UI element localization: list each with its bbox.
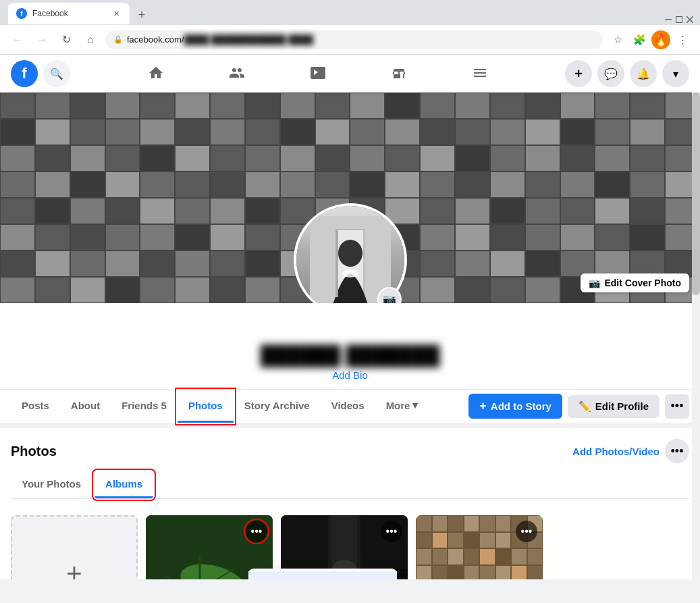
- nav-marketplace[interactable]: [360, 57, 438, 90]
- crowd-album-thumb: •••: [416, 515, 543, 579]
- profile-pic-wrapper: 📷: [294, 203, 407, 303]
- cover-section: 📷 📷 Edit Cover Photo: [0, 93, 700, 303]
- tab-posts[interactable]: Posts: [11, 390, 60, 423]
- create-btn[interactable]: +: [565, 60, 592, 87]
- tab-videos[interactable]: Videos: [321, 390, 375, 423]
- home-btn[interactable]: ⌂: [81, 30, 100, 49]
- photos-section: Photos Add Photos/Video ••• Your Photos …: [0, 428, 700, 579]
- fb-nav-icons: [70, 57, 565, 90]
- fb-nav-right: + 💬 🔔 ▾: [565, 60, 689, 87]
- nav-home[interactable]: [117, 57, 195, 90]
- account-btn[interactable]: ▾: [662, 60, 689, 87]
- create-album-item[interactable]: + Create Album: [11, 515, 138, 579]
- tab-more[interactable]: More ▾: [375, 390, 429, 423]
- nav-friends[interactable]: [198, 57, 276, 90]
- edit-profile-btn[interactable]: ✏️ Edit Profile: [568, 395, 659, 418]
- pencil-icon: ✏️: [578, 400, 591, 413]
- svg-rect-1: [676, 17, 682, 23]
- svg-point-6: [338, 240, 362, 267]
- tab-photos[interactable]: Photos: [178, 390, 234, 423]
- address-input[interactable]: 🔒 facebook.com/████ ████████████ ████: [105, 30, 603, 49]
- album-three-dot-btn[interactable]: •••: [246, 521, 267, 542]
- subtab-albums[interactable]: Albums: [95, 471, 153, 498]
- new-tab-btn[interactable]: +: [132, 5, 151, 24]
- fb-topnav: f 🔍 + 💬 🔔 ▾: [0, 55, 700, 93]
- crowd-album-item[interactable]: •••: [416, 515, 543, 579]
- album-context-menu: Edit album Download Album Delete album E…: [248, 569, 397, 579]
- star-btn[interactable]: ☆: [608, 30, 627, 49]
- dark-album-three-dot-btn[interactable]: •••: [381, 521, 402, 542]
- plus-icon: +: [66, 558, 82, 580]
- toolbar-right: ☆ 🧩 🔥 ⋮: [608, 30, 692, 49]
- profile-more-btn[interactable]: •••: [665, 394, 689, 419]
- edit-cover-photo-btn[interactable]: 📷 Edit Cover Photo: [581, 273, 689, 292]
- camera-icon: 📷: [589, 278, 600, 288]
- url-blurred: ████ ████████████ ████: [184, 34, 313, 45]
- notifications-btn[interactable]: 🔔: [630, 60, 657, 87]
- dropdown-edit-album[interactable]: Edit album: [248, 571, 397, 579]
- browser-tab[interactable]: f Facebook ✕: [8, 3, 130, 24]
- minimize-btn[interactable]: [664, 15, 673, 24]
- close-btn[interactable]: [685, 15, 695, 24]
- crowd-album-three-dot-btn[interactable]: •••: [516, 521, 537, 542]
- add-to-story-btn[interactable]: + Add to Story: [468, 394, 562, 419]
- profile-tabs: Posts About Friends 5 Photos Story Archi…: [0, 389, 700, 423]
- three-dots-icon: •••: [251, 525, 263, 538]
- back-btn[interactable]: ←: [8, 30, 27, 49]
- browser-chrome: f Facebook ✕ + ← → ↻ ⌂ 🔒: [0, 0, 700, 55]
- forward-btn[interactable]: →: [32, 30, 51, 49]
- tab-favicon: f: [16, 8, 27, 19]
- profile-actions: + Add to Story ✏️ Edit Profile •••: [468, 394, 689, 419]
- extension-btn[interactable]: 🧩: [630, 30, 649, 49]
- add-bio-btn[interactable]: Add Bio: [332, 369, 368, 381]
- svg-rect-8: [335, 230, 338, 297]
- create-album-thumb: +: [11, 515, 138, 579]
- tab-about[interactable]: About: [60, 390, 111, 423]
- more-chevron-icon: ▾: [412, 399, 418, 411]
- three-dots-icon: •••: [386, 525, 398, 538]
- tab-story-archive[interactable]: Story Archive: [234, 390, 321, 423]
- photos-more-icon: •••: [671, 444, 684, 458]
- nav-watch[interactable]: [279, 57, 357, 90]
- address-text: facebook.com/████ ████████████ ████: [127, 34, 313, 45]
- fb-app: f 🔍 + 💬 🔔 ▾: [0, 55, 700, 579]
- svg-point-7: [342, 269, 358, 278]
- photos-section-title: Photos: [11, 444, 57, 459]
- address-bar: ← → ↻ ⌂ 🔒 facebook.com/████ ████████████…: [0, 24, 700, 54]
- add-photos-btn[interactable]: Add Photos/Video: [572, 446, 659, 457]
- plus-icon: +: [479, 399, 487, 413]
- tab-friends[interactable]: Friends 5: [111, 390, 178, 423]
- refresh-btn[interactable]: ↻: [57, 30, 76, 49]
- menu-btn[interactable]: ⋮: [673, 30, 692, 49]
- nav-menu[interactable]: [441, 57, 519, 90]
- fb-logo: f: [11, 60, 38, 87]
- photos-header: Photos Add Photos/Video •••: [11, 439, 689, 463]
- tab-title: Facebook: [32, 9, 105, 18]
- messenger-btn[interactable]: 💬: [597, 60, 624, 87]
- three-dots-icon: •••: [521, 525, 533, 538]
- lock-icon: 🔒: [113, 35, 123, 44]
- profile-btn[interactable]: 🔥: [651, 30, 670, 49]
- tab-close-btn[interactable]: ✕: [111, 8, 122, 19]
- maximize-btn[interactable]: [674, 15, 684, 24]
- photos-more-btn[interactable]: •••: [665, 439, 689, 463]
- search-btn[interactable]: 🔍: [43, 60, 70, 87]
- subtab-your-photos[interactable]: Your Photos: [11, 471, 92, 498]
- photos-header-right: Add Photos/Video •••: [572, 439, 689, 463]
- three-dots-icon: •••: [671, 399, 684, 413]
- photos-subtabs: Your Photos Albums: [11, 471, 689, 499]
- profile-info: ██████ ███████ Add Bio: [0, 303, 700, 389]
- scrollbar[interactable]: [692, 93, 700, 579]
- scrollbar-thumb[interactable]: [692, 93, 700, 295]
- profile-name: ██████ ███████: [261, 345, 440, 367]
- tab-bar: f Facebook ✕ +: [0, 0, 700, 24]
